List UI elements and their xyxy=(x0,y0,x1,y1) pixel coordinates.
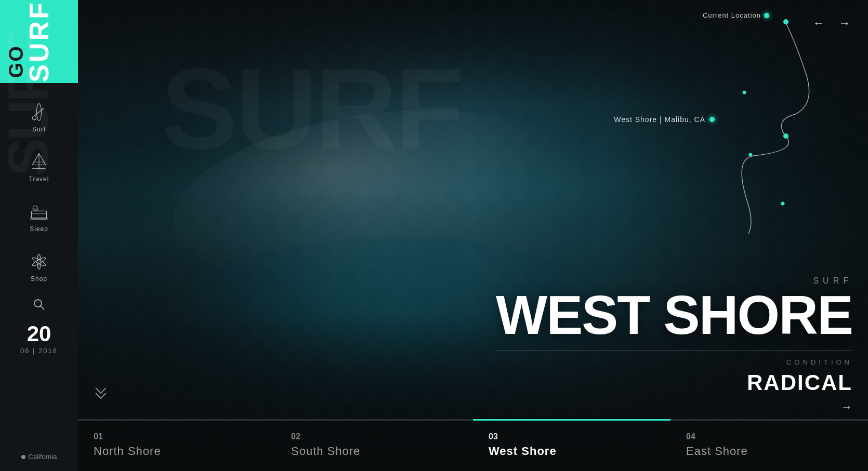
svg-point-2 xyxy=(32,116,36,119)
scroll-indicator[interactable] xyxy=(94,386,108,403)
svg-point-19 xyxy=(783,133,788,139)
tab-03-number: 03 xyxy=(489,432,655,441)
condition-label: CONDITION xyxy=(496,350,852,366)
sidebar-item-sleep[interactable]: Sleep xyxy=(0,193,78,240)
current-location-text: Current Location xyxy=(703,11,761,19)
content-area: SURF WEST SHORE CONDITION RADICAL → xyxy=(496,276,852,414)
tab-02-number: 02 xyxy=(291,432,457,441)
tab-04-number: 04 xyxy=(686,432,852,441)
svg-point-20 xyxy=(743,91,746,95)
main-title: WEST SHORE xyxy=(496,291,852,340)
shop-icon xyxy=(28,250,50,273)
condition-value: RADICAL xyxy=(496,370,852,395)
shop-label: Shop xyxy=(31,275,47,282)
month-year: 06 | 2018 xyxy=(20,347,58,355)
travel-label: Travel xyxy=(29,176,49,183)
sidebar-item-travel[interactable]: Travel xyxy=(0,143,78,190)
sidebar: GO SURF SURF Surf xyxy=(0,0,78,471)
west-shore-label-text: West Shore | Malibu, CA xyxy=(614,115,705,124)
sidebar-date: 20 06 | 2018 xyxy=(20,323,58,355)
tab-03-name: West Shore xyxy=(489,445,655,458)
surf-category-label: SURF xyxy=(496,276,852,286)
current-location-dot xyxy=(764,13,769,18)
prev-arrow-button[interactable]: ← xyxy=(811,15,826,32)
day: 20 xyxy=(20,323,58,345)
svg-line-17 xyxy=(41,306,44,309)
svg-point-22 xyxy=(781,202,785,206)
svg-point-16 xyxy=(34,300,42,307)
tab-01-name: North Shore xyxy=(94,445,260,458)
tab-01-number: 01 xyxy=(94,432,260,441)
current-location-label: Current Location xyxy=(703,11,769,19)
sidebar-item-surf[interactable]: Surf xyxy=(0,93,78,140)
tab-east-shore[interactable]: 04 East Shore xyxy=(670,419,868,471)
condition-section: CONDITION RADICAL → xyxy=(496,350,852,414)
tab-west-shore[interactable]: 03 West Shore xyxy=(473,419,670,471)
tab-02-name: South Shore xyxy=(291,445,457,458)
sidebar-nav: Surf Travel xyxy=(0,93,78,290)
west-shore-dot xyxy=(709,117,715,122)
svg-point-21 xyxy=(749,153,753,157)
sleep-label: Sleep xyxy=(30,225,48,233)
surf-icon xyxy=(28,101,50,124)
nav-arrows: ← → xyxy=(811,15,852,32)
location-text: California xyxy=(29,453,57,461)
tab-04-name: East Shore xyxy=(686,445,852,458)
condition-arrow[interactable]: → xyxy=(496,400,852,414)
next-arrow-button[interactable]: → xyxy=(837,15,852,32)
location-dot xyxy=(21,455,25,459)
sidebar-location: California xyxy=(21,453,57,461)
logo-container: GO SURF xyxy=(0,0,78,83)
surf-label: Surf xyxy=(32,126,46,133)
search-button[interactable] xyxy=(33,298,45,313)
travel-icon xyxy=(28,151,50,173)
west-shore-map-label: West Shore | Malibu, CA xyxy=(614,115,715,124)
bottom-tabs: 01 North Shore 02 South Shore 03 West Sh… xyxy=(78,419,868,471)
logo-text: SURF xyxy=(23,1,55,83)
sleep-icon xyxy=(28,200,50,223)
svg-line-1 xyxy=(34,109,44,116)
svg-point-18 xyxy=(783,19,788,24)
sidebar-item-shop[interactable]: Shop xyxy=(0,243,78,290)
tab-south-shore[interactable]: 02 South Shore xyxy=(275,419,473,471)
main-content: SURF Current Location West Shore | Malib… xyxy=(78,0,868,471)
tab-north-shore[interactable]: 01 North Shore xyxy=(78,419,275,471)
